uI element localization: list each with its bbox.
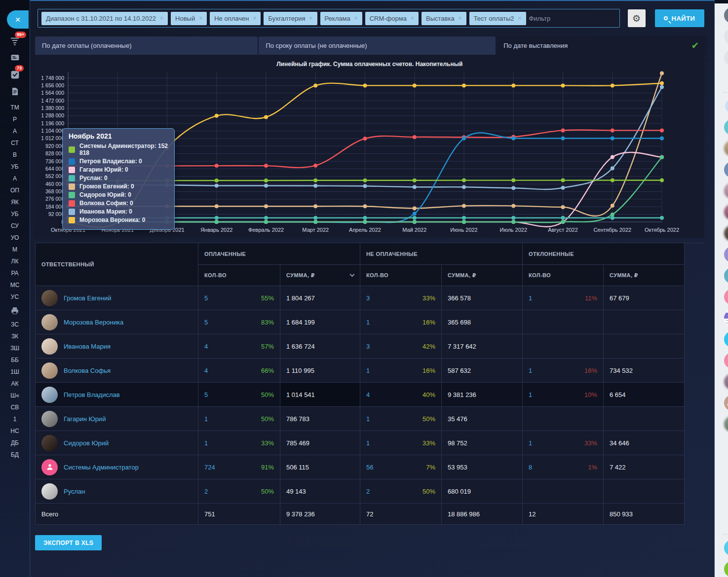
group-icon[interactable] <box>724 268 728 284</box>
sidebar-item[interactable]: СВ <box>9 403 21 411</box>
sidebar-item[interactable]: ЗС <box>9 321 21 328</box>
remove-chip-icon[interactable]: × <box>354 15 358 22</box>
tab-1[interactable]: По дате оплаты (оплаченные) <box>35 36 258 55</box>
sidebar-item[interactable]: АК <box>9 380 21 388</box>
filter-chip[interactable]: Реклама× <box>320 12 362 25</box>
group-chat-icon[interactable] <box>724 162 728 178</box>
sidebar-item[interactable]: ЗШ <box>9 344 21 352</box>
responsible-name[interactable]: Сидоров Юрий <box>64 439 109 447</box>
sidebar-item[interactable]: НС <box>9 427 21 435</box>
unpaid-count[interactable]: 2 <box>366 488 370 495</box>
tab-3[interactable]: По дате выставления✔ <box>497 36 706 55</box>
sidebar-item[interactable]: ЗК <box>9 332 21 340</box>
declined-count[interactable]: 8 <box>529 464 532 471</box>
remove-chip-icon[interactable]: × <box>518 15 522 22</box>
find-button[interactable]: НАЙТИ <box>655 9 704 27</box>
paid-count[interactable]: 5 <box>204 319 208 326</box>
responsible-name[interactable]: Петров Владислав <box>64 391 120 398</box>
sidebar-item[interactable]: Р <box>9 115 21 123</box>
responsible-name[interactable]: Морозова Вероника <box>64 319 123 326</box>
remove-chip-icon[interactable]: × <box>253 15 256 22</box>
filter-chip[interactable]: Тест оплаты2× <box>469 12 526 25</box>
sidebar-item[interactable]: МС <box>9 281 21 289</box>
unpaid-count[interactable]: 1 <box>366 415 370 423</box>
export-xls-button[interactable]: ЭКСПОРТ В XLS <box>35 535 102 550</box>
sidebar-item[interactable]: 1 <box>9 415 21 423</box>
documents-icon[interactable] <box>9 85 21 97</box>
declined-count[interactable]: 1 <box>529 294 532 302</box>
sort-chevron-icon[interactable] <box>350 272 355 277</box>
filter-chip[interactable]: CRM-форма× <box>365 12 419 25</box>
sidebar-item[interactable]: ОП <box>9 186 21 194</box>
user-avatar[interactable] <box>724 416 728 432</box>
sidebar-item[interactable]: ДБ <box>9 439 21 447</box>
paid-count[interactable]: 4 <box>204 343 208 350</box>
responsible-name[interactable]: Волкова Софья <box>64 367 111 374</box>
filter-settings-button[interactable]: ⚙ <box>628 9 646 27</box>
responsible-name[interactable]: Гагарин Юрий <box>64 415 106 423</box>
filter-chip[interactable]: Не оплачен× <box>210 12 261 25</box>
filter-chip[interactable]: Бухгалтерия× <box>264 12 317 25</box>
search-icon[interactable] <box>724 71 728 87</box>
filter-box[interactable]: Диапазон с 31.10.2021 по 14.10.2022×Новы… <box>38 9 620 28</box>
collapse-menu-button[interactable]: × <box>7 10 29 29</box>
bell-icon[interactable]: 10 <box>724 29 728 44</box>
sidebar-item[interactable]: ЛК <box>9 257 21 265</box>
filter-chip[interactable]: Новый× <box>171 12 207 25</box>
paid-count[interactable]: 2 <box>204 488 208 495</box>
phone-icon[interactable] <box>724 561 728 577</box>
declined-count[interactable]: 1 <box>529 439 532 447</box>
paid-count[interactable]: 1 <box>204 439 208 447</box>
printer-icon[interactable] <box>9 305 21 317</box>
remove-chip-icon[interactable]: × <box>459 15 462 22</box>
help-icon[interactable]: ?9 <box>724 7 728 23</box>
unpaid-count[interactable]: 1 <box>366 319 370 326</box>
responsible-name[interactable]: Руслан <box>64 488 85 495</box>
sidebar-item[interactable]: УО <box>9 234 21 242</box>
remove-chip-icon[interactable]: × <box>309 15 313 22</box>
avatar-p[interactable]: P <box>724 353 728 368</box>
avatar-z[interactable]: Z <box>724 119 728 135</box>
remove-chip-icon[interactable]: × <box>199 15 202 22</box>
unpaid-count[interactable]: 4 <box>366 391 370 398</box>
sidebar-item[interactable]: РА <box>9 269 21 277</box>
user-avatar[interactable] <box>724 141 728 156</box>
sidebar-item[interactable]: М <box>9 246 21 253</box>
remove-chip-icon[interactable]: × <box>160 15 163 22</box>
chat-icon[interactable] <box>724 50 728 66</box>
user-avatar[interactable] <box>724 204 728 220</box>
paid-count[interactable]: 724 <box>204 464 215 471</box>
avatar-ab[interactable]: АБ <box>724 395 728 411</box>
responsible-name[interactable]: Системы Администратор <box>64 464 139 471</box>
sidebar-item[interactable]: В <box>9 151 21 159</box>
responsible-name[interactable]: Иванова Мария <box>64 343 111 350</box>
tasks-icon[interactable]: 73 <box>9 69 21 80</box>
unpaid-count[interactable]: 3 <box>366 343 370 350</box>
sidebar-item[interactable]: УБ <box>9 163 21 171</box>
messenger-icon[interactable] <box>9 52 21 64</box>
unpaid-count[interactable]: 3 <box>366 294 370 302</box>
sidebar-item[interactable]: СУ <box>9 222 21 230</box>
filter-input[interactable] <box>529 15 616 22</box>
declined-count[interactable]: 1 <box>529 367 532 374</box>
unpaid-count[interactable]: 56 <box>366 464 373 471</box>
avatar-i[interactable]: I <box>724 247 728 262</box>
sidebar-item[interactable]: ББ <box>9 356 21 364</box>
unpaid-count[interactable]: 1 <box>366 439 370 447</box>
responsible-name[interactable]: Громов Евгений <box>64 294 111 302</box>
unpaid-count[interactable]: 1 <box>366 367 370 374</box>
feed-icon[interactable]: 99+ <box>9 35 21 47</box>
sidebar-item[interactable]: Ш« <box>9 392 21 399</box>
paid-count[interactable]: 4 <box>204 367 208 374</box>
paid-count[interactable]: 5 <box>204 391 208 398</box>
paid-count[interactable]: 5 <box>204 294 208 302</box>
user-avatar[interactable] <box>724 183 728 199</box>
sidebar-item[interactable]: ЯК <box>9 198 21 206</box>
tab-2[interactable]: По сроку оплаты (не оплаченные) <box>259 36 496 55</box>
user-avatar[interactable] <box>724 225 728 241</box>
sidebar-item[interactable]: 1Ш <box>9 368 21 376</box>
paid-count[interactable]: 1 <box>204 415 208 423</box>
remove-chip-icon[interactable]: × <box>411 15 414 22</box>
marketplace-icon[interactable] <box>724 98 728 114</box>
sidebar-item[interactable]: СТ <box>9 139 21 147</box>
